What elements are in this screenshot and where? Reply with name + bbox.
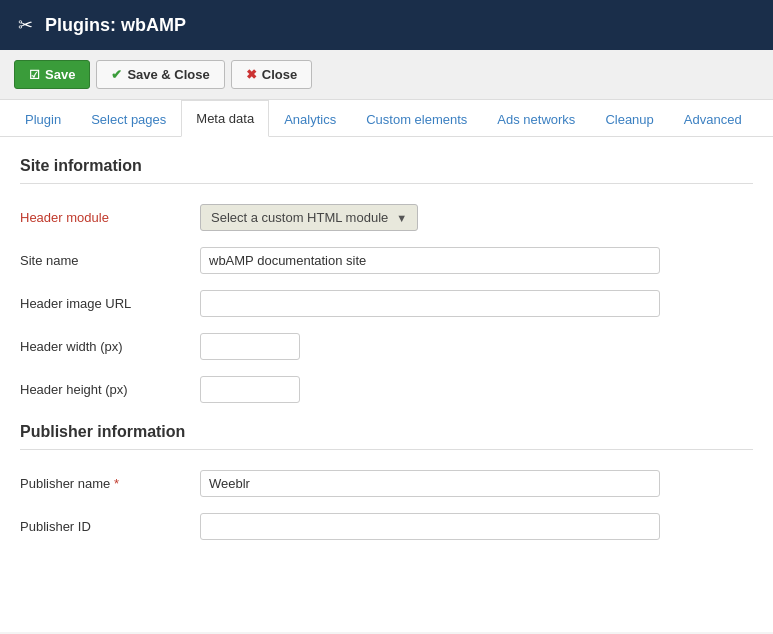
tab-meta-data[interactable]: Meta data <box>181 100 269 137</box>
tab-plugin[interactable]: Plugin <box>10 101 76 137</box>
header-image-url-group: Header image URL <box>20 290 753 317</box>
save-close-button[interactable]: ✔ Save & Close <box>96 60 224 89</box>
publisher-name-group: Publisher name * <box>20 470 753 497</box>
header-height-group: Header height (px) <box>20 376 753 403</box>
tab-select-pages[interactable]: Select pages <box>76 101 181 137</box>
header-image-url-label: Header image URL <box>20 296 200 311</box>
close-button[interactable]: ✖ Close <box>231 60 312 89</box>
site-information-section: Site information Header module Select a … <box>20 157 753 403</box>
header-module-select-wrapper[interactable]: Select a custom HTML module ▼ <box>200 204 418 231</box>
header-height-input[interactable] <box>200 376 300 403</box>
chevron-down-icon: ▼ <box>396 212 407 224</box>
plugin-icon: ✂ <box>18 14 33 36</box>
tab-ads-networks[interactable]: Ads networks <box>482 101 590 137</box>
publisher-name-label: Publisher name * <box>20 476 200 491</box>
publisher-information-section: Publisher information Publisher name * P… <box>20 423 753 540</box>
publisher-information-title: Publisher information <box>20 423 753 450</box>
header-width-input[interactable] <box>200 333 300 360</box>
publisher-id-group: Publisher ID <box>20 513 753 540</box>
tab-analytics[interactable]: Analytics <box>269 101 351 137</box>
save-button[interactable]: ☑ Save <box>14 60 90 89</box>
header-module-select[interactable]: Select a custom HTML module ▼ <box>200 204 418 231</box>
header-width-label: Header width (px) <box>20 339 200 354</box>
page-title: Plugins: wbAMP <box>45 15 186 36</box>
edit-icon: ☑ <box>29 68 40 82</box>
tab-cleanup[interactable]: Cleanup <box>590 101 668 137</box>
header-height-label: Header height (px) <box>20 382 200 397</box>
close-icon: ✖ <box>246 67 257 82</box>
header-width-group: Header width (px) <box>20 333 753 360</box>
tab-advanced[interactable]: Advanced <box>669 101 757 137</box>
header-image-url-input[interactable] <box>200 290 660 317</box>
app-header: ✂ Plugins: wbAMP <box>0 0 773 50</box>
site-name-label: Site name <box>20 253 200 268</box>
check-icon: ✔ <box>111 67 122 82</box>
main-content: Site information Header module Select a … <box>0 137 773 632</box>
publisher-id-input[interactable] <box>200 513 660 540</box>
publisher-id-label: Publisher ID <box>20 519 200 534</box>
tabs-bar: Plugin Select pages Meta data Analytics … <box>0 100 773 137</box>
required-star: * <box>114 476 119 491</box>
publisher-name-input[interactable] <box>200 470 660 497</box>
site-information-title: Site information <box>20 157 753 184</box>
site-name-group: Site name <box>20 247 753 274</box>
toolbar: ☑ Save ✔ Save & Close ✖ Close <box>0 50 773 100</box>
tab-custom-elements[interactable]: Custom elements <box>351 101 482 137</box>
header-module-label: Header module <box>20 210 200 225</box>
header-module-group: Header module Select a custom HTML modul… <box>20 204 753 231</box>
site-name-input[interactable] <box>200 247 660 274</box>
header-module-value: Select a custom HTML module <box>211 210 388 225</box>
